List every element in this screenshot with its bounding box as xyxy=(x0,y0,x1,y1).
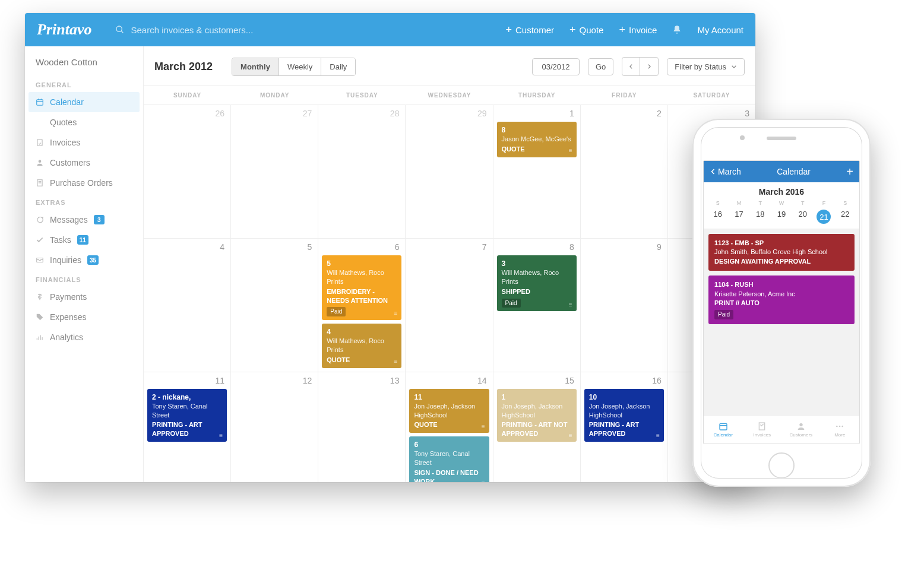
calendar-cell[interactable]: 27 xyxy=(231,105,318,238)
mobile-month-label: March 2016 xyxy=(704,182,859,199)
phone-home-button[interactable] xyxy=(768,452,795,479)
company-name: Wooden Cotton xyxy=(25,57,143,75)
add-quote-button[interactable]: +Quote xyxy=(569,24,603,36)
event-card[interactable]: 4Will Mathews, Roco PrintsQUOTE≡ xyxy=(322,324,401,368)
calendar-cell[interactable]: 151Jon Joseph, Jackson HighSchoolPRINTIN… xyxy=(493,372,581,482)
sidebar-item-expenses[interactable]: Expenses xyxy=(25,307,143,327)
sidebar-item-quotes[interactable]: Quotes xyxy=(25,112,143,132)
mobile-day[interactable]: 22 xyxy=(834,210,856,224)
calendar-cell[interactable]: 9 xyxy=(581,239,668,372)
mobile-back-button[interactable]: March xyxy=(710,167,741,176)
calendar-cell[interactable]: 65Will Mathews, Roco PrintsEMBROIDERY - … xyxy=(318,239,406,372)
calendar-cell[interactable]: 7 xyxy=(406,239,493,372)
calendar-cell[interactable]: 29 xyxy=(406,105,493,238)
plus-icon: + xyxy=(619,24,625,36)
event-status: SHIPPED xyxy=(502,287,572,296)
mobile-tab-invoices[interactable]: Invoices xyxy=(743,416,782,444)
event-customer: Jon Joseph, Jackson HighSchool xyxy=(414,402,484,420)
mobile-day[interactable]: 17 xyxy=(729,210,750,224)
mobile-day[interactable]: 20 xyxy=(792,210,814,224)
day-number: 7 xyxy=(482,242,487,252)
calendar-cell[interactable]: 83Will Mathews, Roco PrintsSHIPPEDPaid≡ xyxy=(493,239,581,372)
mobile-day[interactable]: 16 xyxy=(707,210,729,224)
mobile-dow: T xyxy=(792,200,814,206)
event-customer: Will Mathews, Roco Prints xyxy=(327,337,397,354)
sidebar-item-payments[interactable]: Payments xyxy=(25,287,143,307)
document-icon xyxy=(36,138,44,147)
lines-icon: ≡ xyxy=(482,423,486,431)
event-number: 3 xyxy=(502,259,572,268)
calendar-cell[interactable]: 5 xyxy=(231,239,318,372)
view-weekly[interactable]: Weekly xyxy=(279,58,321,75)
day-number: 9 xyxy=(657,242,662,252)
event-card[interactable]: 8Jason McGee, McGee'sQUOTE≡ xyxy=(497,122,577,157)
calendar-cell[interactable]: 112 - nickane,Tony Staren, Canal StreetP… xyxy=(144,372,231,482)
mobile-tab-calendar[interactable]: Calendar xyxy=(704,416,743,444)
sidebar-group-general: GENERAL xyxy=(25,75,143,92)
event-status: QUOTE xyxy=(502,145,572,154)
view-monthly[interactable]: Monthly xyxy=(232,58,279,75)
calendar-cell[interactable]: 4 xyxy=(144,239,231,372)
chat-icon xyxy=(36,216,44,224)
view-daily[interactable]: Daily xyxy=(321,58,355,75)
event-number: 10 xyxy=(589,392,659,402)
calendar-cell[interactable]: 2 xyxy=(581,105,668,238)
event-customer: Jason McGee, McGee's xyxy=(502,135,572,144)
mobile-day[interactable]: 21 xyxy=(814,210,835,224)
calendar-weeks: 2627282918Jason McGee, McGee'sQUOTE≡2345… xyxy=(144,105,755,482)
go-button[interactable]: Go xyxy=(588,58,613,75)
mobile-add-button[interactable]: + xyxy=(846,165,853,179)
notifications-button[interactable] xyxy=(672,25,682,34)
event-card[interactable]: 6Tony Staren, Canal StreetSIGN - DONE / … xyxy=(409,436,489,482)
event-card[interactable]: 3Will Mathews, Roco PrintsSHIPPEDPaid≡ xyxy=(497,255,577,311)
calendar-cell[interactable]: 26 xyxy=(144,105,231,238)
sidebar-item-customers[interactable]: Customers xyxy=(25,153,143,173)
event-card[interactable]: 5Will Mathews, Roco PrintsEMBROIDERY - N… xyxy=(322,255,401,320)
calendar-cell[interactable]: 12 xyxy=(231,372,318,482)
mobile-event-card[interactable]: 1123 - EMB - SPJohn Smith, Buffalo Grove… xyxy=(708,234,855,271)
event-card[interactable]: 1Jon Joseph, Jackson HighSchoolPRINTING … xyxy=(497,389,577,442)
sidebar-item-analytics[interactable]: Analytics xyxy=(25,327,143,347)
calendar-cell[interactable]: 28 xyxy=(318,105,406,238)
mobile-dow: S xyxy=(707,200,729,206)
event-card[interactable]: 2 - nickane,Tony Staren, Canal StreetPRI… xyxy=(147,389,227,442)
my-account-link[interactable]: My Account xyxy=(697,25,743,35)
calendar-cell[interactable]: 1411Jon Joseph, Jackson HighSchoolQUOTE≡… xyxy=(406,372,493,482)
mobile-event-card[interactable]: 1104 - RUSHKrisette Peterson, Acme IncPR… xyxy=(708,276,855,324)
day-number: 14 xyxy=(477,376,487,385)
mobile-navbar: March Calendar + xyxy=(704,161,859,182)
calendar-cell[interactable]: 18Jason McGee, McGee'sQUOTE≡ xyxy=(493,105,581,238)
check-icon xyxy=(36,236,44,244)
add-customer-button[interactable]: +Customer xyxy=(505,24,554,36)
search-field[interactable]: Search invoices & customers... xyxy=(115,25,505,35)
inbox-icon xyxy=(36,256,44,264)
sidebar-item-calendar[interactable]: Calendar xyxy=(29,92,140,112)
mobile-tab-more[interactable]: More xyxy=(821,416,860,444)
svg-point-19 xyxy=(799,423,802,426)
sidebar-item-purchase-orders[interactable]: Purchase Orders xyxy=(25,173,143,193)
event-status: QUOTE xyxy=(414,420,484,429)
mobile-tab-customers[interactable]: Customers xyxy=(781,416,821,444)
sidebar: Wooden Cotton GENERAL Calendar Quotes In… xyxy=(25,46,144,482)
mobile-day[interactable]: 18 xyxy=(749,210,771,224)
next-button[interactable] xyxy=(640,58,658,75)
day-number: 2 xyxy=(657,109,662,118)
calendar-cell[interactable]: 1610Jon Joseph, Jackson HighSchoolPRINTI… xyxy=(581,372,668,482)
sidebar-item-inquiries[interactable]: Inquiries 35 xyxy=(25,250,143,270)
date-input[interactable]: 03/2012 xyxy=(532,58,580,75)
calendar-cell[interactable]: 13 xyxy=(318,372,406,482)
day-number: 5 xyxy=(307,242,312,252)
mobile-day[interactable]: 19 xyxy=(771,210,792,224)
sidebar-item-tasks[interactable]: Tasks 11 xyxy=(25,230,143,250)
event-card[interactable]: 11Jon Joseph, Jackson HighSchoolQUOTE≡ xyxy=(409,389,489,433)
event-status: PRINTING - ART NOT APPROVED xyxy=(502,420,572,438)
event-card[interactable]: 10Jon Joseph, Jackson HighSchoolPRINTING… xyxy=(584,389,664,442)
sidebar-item-invoices[interactable]: Invoices xyxy=(25,132,143,153)
lines-icon: ≡ xyxy=(569,301,573,309)
day-number: 11 xyxy=(216,376,225,385)
mobile-event-list[interactable]: 1123 - EMB - SPJohn Smith, Buffalo Grove… xyxy=(704,229,859,415)
prev-button[interactable] xyxy=(622,58,640,75)
filter-dropdown[interactable]: Filter by Status xyxy=(667,58,745,75)
sidebar-item-messages[interactable]: Messages 3 xyxy=(25,210,143,230)
add-invoice-button[interactable]: +Invoice xyxy=(619,24,657,36)
